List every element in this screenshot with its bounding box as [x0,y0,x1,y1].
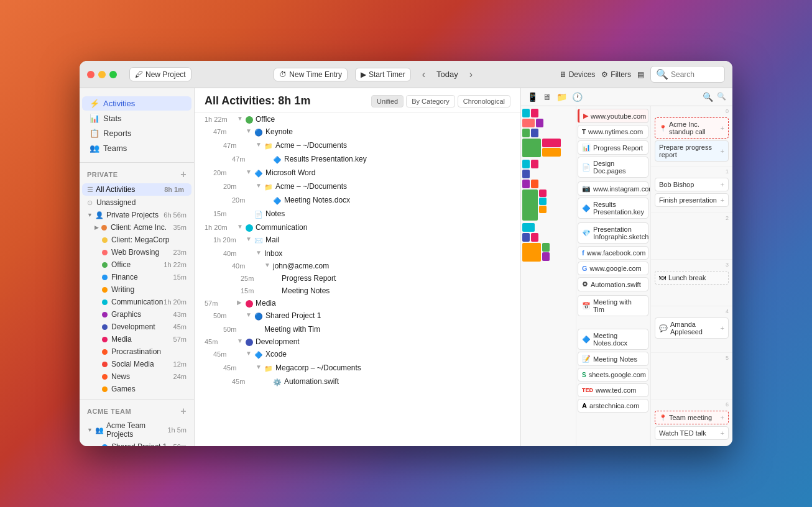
maximize-button[interactable] [109,71,117,78]
calendar-event-bob[interactable]: Bob Bishop + [655,178,729,191]
calendar-event-standup[interactable]: 📍 Acme Inc. standup call + [655,117,729,139]
sidebar-item-activities[interactable]: ⚡ Activities [82,96,191,111]
row-expand[interactable]: ▼ [246,311,254,318]
main-content: ⚡ Activities 📊 Stats 📋 Reports 👥 Teams [80,88,732,446]
table-row: 20m ▼ 📁 Acme – ~/Documents [195,180,520,194]
minimize-button[interactable] [98,71,106,78]
row-expand[interactable]: ▼ [246,235,254,242]
event-card-arstechnica[interactable]: A arstechnica.com [578,399,648,413]
add-event-icon[interactable]: + [721,429,724,437]
calendar-event-finish-pres[interactable]: Finish presentation + [655,193,729,207]
sidebar-item-teams[interactable]: 👥 Teams [82,141,191,155]
event-card-meeting-tim[interactable]: 📅 Meeting with Tim [578,295,648,316]
add-private-button[interactable]: + [180,169,187,180]
layout-button[interactable]: ▤ [637,70,644,79]
folder-panel-icon[interactable]: 📁 [556,92,567,102]
event-card-youtube[interactable]: ▶ www.youtube.com [578,109,648,123]
row-expand[interactable]: ▼ [237,337,246,344]
add-event-icon[interactable]: + [721,181,724,188]
sidebar-item-reports[interactable]: 📋 Reports [82,126,191,140]
calendar-event-prepare[interactable]: Prepare progress report + [655,140,729,162]
row-expand[interactable]: ▼ [256,363,264,370]
web-browsing-item[interactable]: Web Browsing 23m [80,246,194,258]
sidebar-item-stats[interactable]: 📊 Stats [82,111,191,126]
event-card-instagram[interactable]: 📷 www.instagram.com [578,181,648,196]
phone-icon[interactable]: 📱 [527,92,538,102]
t-cell [522,129,530,137]
event-card-sheets[interactable]: S sheets.google.com [578,368,648,381]
writing-item[interactable]: Writing [80,283,194,296]
news-item[interactable]: News 24m [80,370,194,383]
social-media-item[interactable]: Social Media 12m [80,358,194,370]
event-card-nytimes[interactable]: T www.nytimes.com [578,125,648,139]
search-input[interactable] [671,70,727,79]
add-event-icon[interactable]: + [721,124,724,132]
new-time-entry-button[interactable]: ⏱ New Time Entry [274,68,348,81]
add-acme-button[interactable]: + [180,406,187,417]
media-item[interactable]: Media 57m [80,333,194,345]
row-expand[interactable]: ▶ [237,299,246,306]
shared-project-1-item[interactable]: Shared Project 1 50m [80,441,194,446]
row-expand[interactable]: ▼ [246,127,254,134]
graphics-item[interactable]: Graphics 43m [80,308,194,321]
add-event-icon[interactable]: + [721,324,724,332]
calendar-event-lunch[interactable]: 🍽 Lunch break [655,271,729,285]
next-button[interactable]: › [466,68,476,81]
acme-team-projects-item[interactable]: ▼ 👥 Acme Team Projects 1h 5m [80,419,194,441]
event-card-design-doc[interactable]: 📄 Design Doc.pages [578,157,648,178]
add-event-icon[interactable]: + [721,196,724,204]
event-card-ted[interactable]: TED www.ted.com [578,383,648,397]
calendar-event-team-meeting[interactable]: 📍 Team meeting + [655,411,729,424]
all-activities-time: 8h 1m [164,186,184,193]
start-timer-button[interactable]: ▶ Start Timer [355,68,411,81]
title-bar-center: ⏱ New Time Entry ▶ Start Timer ‹ Today › [196,68,554,81]
event-card-meeting-notes[interactable]: 📝 Meeting Notes [578,352,648,366]
row-expand[interactable]: ▼ [246,168,254,175]
unassigned-item[interactable]: ⊙ Unassigned [80,196,194,209]
row-expand[interactable]: ▼ [256,182,264,189]
calendar-event-watch-ted[interactable]: Watch TED talk + [655,426,729,440]
add-event-icon[interactable]: + [721,147,724,155]
event-card-automation[interactable]: ⚙ Automation.swift [578,277,648,291]
communication-item[interactable]: Communication 1h 20m [80,296,194,308]
prev-button[interactable]: ‹ [418,68,429,81]
add-event-icon[interactable]: + [721,414,724,421]
row-label: Keynote [265,127,510,136]
view-unified[interactable]: Unified [371,95,404,107]
nytimes-icon: T [582,129,586,135]
search-box[interactable]: 🔍 [650,66,725,83]
close-button[interactable] [87,71,95,78]
procrastination-item[interactable]: Procrastination [80,345,194,358]
private-projects-item[interactable]: ▼ 👤 Private Projects 6h 56m [80,209,194,221]
client-megacorp-item[interactable]: Client: MegaCorp [80,234,194,246]
event-card-meeting-notes-doc[interactable]: 🔷 Meeting Notes.docx [578,329,648,350]
zoom-out-icon[interactable]: 🔍 [717,92,726,102]
event-card-pres-infographic[interactable]: 💎 Presentation Infographic.sketch [578,222,648,244]
office-item[interactable]: Office 1h 22m [80,258,194,271]
all-activities-item[interactable]: ☰ All Activities 8h 1m [82,183,191,196]
devices-button[interactable]: 🖥 Devices [559,70,596,79]
view-by-category[interactable]: By Category [406,95,455,107]
row-expand[interactable]: ▼ [237,115,246,122]
client-acme-item[interactable]: ▶ Client: Acme Inc. 35m [80,221,194,234]
monitor-icon[interactable]: 🖥 [543,92,551,102]
event-card-progress-report[interactable]: 📊 Progress Report [578,140,648,155]
client-acme-time: 35m [173,224,187,231]
view-chronological[interactable]: Chronological [458,95,510,107]
zoom-in-icon[interactable]: 🔍 [703,92,713,102]
calendar-event-amanda[interactable]: 💬 Amanda Appleseed + [655,317,729,339]
row-expand[interactable]: ▼ [264,262,273,268]
finance-item[interactable]: Finance 15m [80,271,194,283]
row-expand[interactable]: ▼ [246,350,254,357]
filters-button[interactable]: ⚙ Filters [601,70,631,79]
clock-icon[interactable]: 🕐 [572,92,583,102]
games-item[interactable]: Games [80,383,194,395]
row-expand[interactable]: ▼ [256,249,264,256]
development-item[interactable]: Development 45m [80,321,194,333]
event-card-facebook[interactable]: f www.facebook.com [578,246,648,260]
new-project-button[interactable]: 🖊 New Project [129,67,191,81]
row-expand[interactable]: ▼ [256,141,264,148]
row-expand[interactable]: ▼ [237,223,246,230]
event-card-google[interactable]: G www.google.com [578,262,648,275]
event-card-results[interactable]: 🔷 Results Presentation.key [578,198,648,219]
